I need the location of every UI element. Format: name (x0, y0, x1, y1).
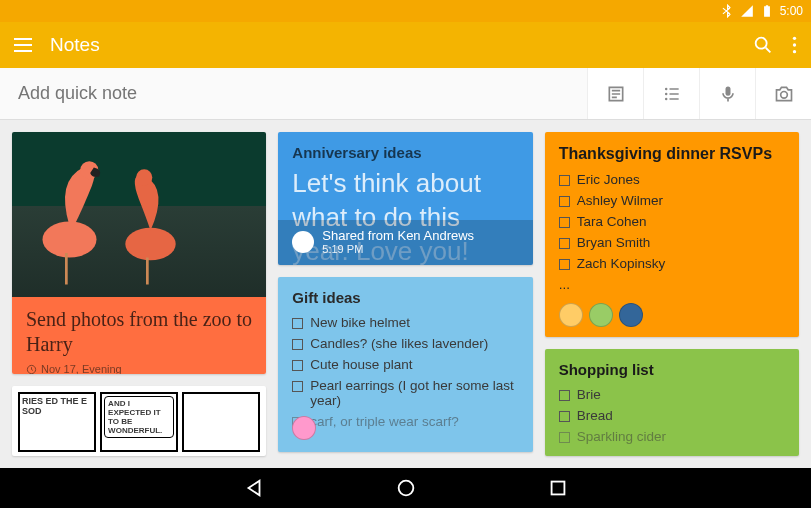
note-title: Shopping list (545, 349, 799, 384)
checkbox-icon[interactable] (292, 381, 303, 392)
search-icon[interactable] (752, 34, 774, 56)
app-title: Notes (50, 34, 734, 56)
checkbox-icon[interactable] (559, 432, 570, 443)
list-icon (662, 84, 682, 104)
bluetooth-icon (720, 4, 734, 18)
svg-point-4 (664, 87, 667, 90)
shared-from: Shared from Ken Andrews (322, 228, 474, 243)
checkbox-icon[interactable] (292, 318, 303, 329)
note-reminder: Nov 17, Evening (26, 363, 252, 374)
notes-grid: Send photos from the zoo to Harry Nov 17… (0, 120, 811, 468)
clock-icon (26, 364, 37, 375)
checkbox-icon[interactable] (559, 238, 570, 249)
svg-rect-14 (146, 258, 149, 285)
grid-col-3: Thanksgiving dinner RSVPs Eric Jones Ash… (545, 132, 799, 456)
note-title: Thanksgiving dinner RSVPs (545, 132, 799, 169)
quick-note-bar (0, 68, 811, 120)
checklist: Brie Bread Sparkling cider (545, 384, 799, 456)
avatar (292, 416, 316, 440)
collaborators (278, 412, 532, 452)
avatar (619, 303, 643, 327)
grid-col-2: Anniversary ideas Let's think about what… (278, 132, 532, 456)
android-status-bar: 5:00 (0, 0, 811, 22)
camera-icon (774, 84, 794, 104)
checkbox-icon[interactable] (292, 339, 303, 350)
svg-rect-17 (551, 482, 564, 495)
note-card-comic[interactable]: RIES ED THE E SOD AND I EXPECTED IT TO B… (12, 386, 266, 456)
mic-icon (718, 84, 738, 104)
avatar (292, 231, 314, 253)
svg-point-5 (664, 92, 667, 95)
svg-point-0 (756, 38, 767, 49)
nav-back-icon[interactable] (243, 477, 265, 499)
list-item: Brie (559, 384, 785, 405)
checkbox-icon[interactable] (559, 259, 570, 270)
note-image (12, 132, 266, 297)
list-item: Candles? (she likes lavender) (292, 333, 518, 354)
list-item: Pearl earrings (I got her some last year… (292, 375, 518, 411)
list-item: Ashley Wilmer (559, 190, 785, 211)
svg-point-6 (664, 97, 667, 100)
shared-time: 5:19 PM (322, 243, 474, 255)
signal-icon (740, 4, 754, 18)
checkbox-icon[interactable] (559, 390, 570, 401)
svg-point-8 (780, 91, 787, 98)
app-bar: Notes (0, 22, 811, 68)
checkbox-icon[interactable] (559, 175, 570, 186)
note-card-shopping[interactable]: Shopping list Brie Bread Sparkling cider (545, 349, 799, 456)
svg-rect-13 (65, 253, 68, 285)
note-card-rsvps[interactable]: Thanksgiving dinner RSVPs Eric Jones Ash… (545, 132, 799, 337)
checkbox-icon[interactable] (559, 196, 570, 207)
list-item: Eric Jones (559, 169, 785, 190)
svg-rect-7 (725, 86, 730, 95)
list-item: Bread (559, 405, 785, 426)
note-title: Send photos from the zoo to Harry (26, 307, 252, 357)
nav-recent-icon[interactable] (547, 477, 569, 499)
status-time: 5:00 (780, 4, 803, 18)
svg-point-3 (793, 50, 796, 53)
note-card-gifts[interactable]: Gift ideas New bike helmet Candles? (she… (278, 277, 532, 452)
checkbox-icon[interactable] (559, 217, 570, 228)
avatar (589, 303, 613, 327)
new-note-button[interactable] (587, 68, 643, 119)
note-card-anniversary[interactable]: Anniversary ideas Let's think about what… (278, 132, 532, 265)
quick-note-input[interactable] (0, 68, 587, 119)
note-card-flamingo[interactable]: Send photos from the zoo to Harry Nov 17… (12, 132, 266, 374)
svg-point-2 (793, 43, 796, 46)
list-item: Sparkling cider (559, 426, 785, 447)
checkbox-icon[interactable] (292, 360, 303, 371)
shared-overlay: Shared from Ken Andrews 5:19 PM (278, 220, 532, 265)
comic-panel: AND I EXPECTED IT TO BE WONDERFUL. (100, 392, 178, 452)
battery-icon (760, 4, 774, 18)
grid-col-1: Send photos from the zoo to Harry Nov 17… (12, 132, 266, 456)
new-voice-button[interactable] (699, 68, 755, 119)
collaborators (545, 299, 799, 337)
list-item: Bryan Smith (559, 232, 785, 253)
note-icon (606, 84, 626, 104)
overflow-icon[interactable] (792, 34, 797, 56)
svg-point-9 (43, 222, 97, 258)
new-list-button[interactable] (643, 68, 699, 119)
svg-point-11 (125, 228, 175, 260)
note-title: Anniversary ideas (278, 132, 532, 167)
list-item: New bike helmet (292, 312, 518, 333)
svg-point-12 (136, 169, 152, 185)
menu-icon[interactable] (14, 38, 32, 52)
svg-point-1 (793, 37, 796, 40)
list-item: Cute house plant (292, 354, 518, 375)
comic-panel: RIES ED THE E SOD (18, 392, 96, 452)
svg-point-16 (398, 481, 413, 496)
note-title: Gift ideas (278, 277, 532, 312)
flamingo-illustration (20, 142, 200, 292)
avatar (559, 303, 583, 327)
list-item: Tara Cohen (559, 211, 785, 232)
comic-panel (182, 392, 260, 452)
list-item-more: ... (559, 274, 785, 295)
nav-home-icon[interactable] (395, 477, 417, 499)
checklist: Eric Jones Ashley Wilmer Tara Cohen Brya… (545, 169, 799, 299)
android-nav-bar (0, 468, 811, 508)
checkbox-icon[interactable] (559, 411, 570, 422)
new-photo-button[interactable] (755, 68, 811, 119)
list-item: Zach Kopinsky (559, 253, 785, 274)
